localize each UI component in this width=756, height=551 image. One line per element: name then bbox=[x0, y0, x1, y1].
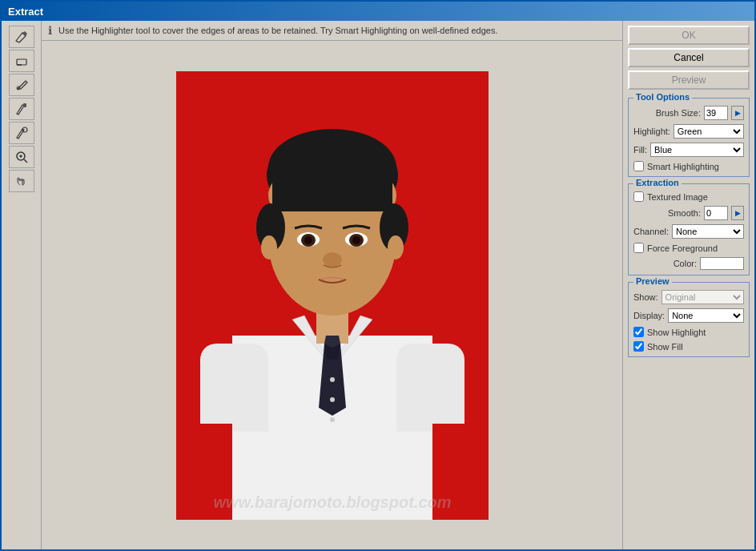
photo-container: www.barajomoto.blogspot.com bbox=[176, 71, 489, 520]
brush-size-input[interactable] bbox=[704, 106, 728, 120]
right-panel: OK Cancel Preview Tool Options Brush Siz… bbox=[622, 21, 754, 549]
channel-select[interactable]: None Red Green Blue bbox=[672, 224, 744, 239]
show-fill-checkbox[interactable] bbox=[633, 341, 644, 352]
smart-highlighting-checkbox[interactable] bbox=[633, 161, 644, 171]
smooth-row: Smooth: ▶ bbox=[633, 206, 744, 220]
brush-size-spin[interactable]: ▶ bbox=[731, 106, 744, 120]
person-svg: www.barajomoto.blogspot.com bbox=[176, 71, 489, 520]
svg-text:www.barajomoto.blogspot.com: www.barajomoto.blogspot.com bbox=[213, 493, 451, 511]
highlight-row: Highlight: Green Red Blue Yellow bbox=[633, 124, 744, 139]
show-label: Show: bbox=[633, 292, 658, 302]
channel-label: Channel: bbox=[633, 227, 669, 236]
svg-point-31 bbox=[323, 252, 342, 267]
smart-highlighting-label: Smart Highlighting bbox=[647, 162, 719, 171]
highlighter-tool[interactable] bbox=[9, 26, 34, 48]
highlight-label: Highlight: bbox=[633, 127, 670, 136]
cancel-button[interactable]: Cancel bbox=[628, 48, 750, 67]
highlight-select[interactable]: Green Red Blue Yellow bbox=[674, 124, 744, 139]
svg-point-32 bbox=[261, 235, 277, 259]
smart-highlighting-row: Smart Highlighting bbox=[633, 161, 744, 171]
zoom-tool[interactable] bbox=[9, 146, 34, 168]
extraction-title: Extraction bbox=[633, 178, 682, 187]
preview-button[interactable]: Preview bbox=[628, 70, 750, 90]
extraction-section: Extraction Textured Image Smooth: ▶ Chan… bbox=[628, 183, 750, 276]
svg-rect-0 bbox=[17, 59, 26, 65]
cleanup-tool[interactable] bbox=[9, 98, 34, 120]
tool-options-section: Tool Options Brush Size: ▶ Highlight: Gr… bbox=[628, 98, 750, 177]
fill-row: Fill: Blue Red Green White bbox=[633, 143, 744, 157]
color-row: Color: bbox=[633, 257, 744, 270]
hand-tool[interactable] bbox=[9, 170, 34, 192]
show-select[interactable]: Original Extracted bbox=[662, 290, 744, 304]
svg-point-34 bbox=[330, 377, 335, 382]
info-icon: ℹ bbox=[48, 24, 52, 37]
info-text: Use the Highlighter tool to cover the ed… bbox=[58, 26, 497, 35]
show-highlight-label: Show Highlight bbox=[647, 328, 706, 337]
smooth-spin[interactable]: ▶ bbox=[731, 206, 744, 220]
eraser-tool[interactable] bbox=[9, 50, 34, 72]
edge-touchup-tool[interactable] bbox=[9, 122, 34, 144]
svg-line-5 bbox=[24, 159, 27, 163]
force-foreground-label: Force Foreground bbox=[647, 243, 718, 253]
force-foreground-checkbox[interactable] bbox=[633, 243, 644, 253]
info-bar: ℹ Use the Highlighter tool to cover the … bbox=[42, 21, 622, 41]
svg-point-36 bbox=[330, 417, 335, 422]
svg-point-29 bbox=[304, 236, 312, 244]
fill-select[interactable]: Blue Red Green White bbox=[650, 143, 744, 157]
smooth-label: Smooth: bbox=[668, 208, 701, 218]
left-toolbar bbox=[2, 21, 42, 549]
action-buttons: OK Cancel Preview bbox=[628, 26, 750, 90]
svg-rect-24 bbox=[272, 163, 392, 211]
display-select[interactable]: None Black Matte White Matte Gray Matte bbox=[668, 308, 744, 323]
textured-image-label: Textured Image bbox=[647, 192, 708, 202]
show-highlight-row: Show Highlight bbox=[633, 327, 744, 337]
eyedropper-tool[interactable] bbox=[9, 74, 34, 96]
brush-size-label: Brush Size: bbox=[656, 108, 701, 118]
smooth-input[interactable] bbox=[704, 206, 728, 220]
svg-point-35 bbox=[330, 397, 335, 402]
textured-image-row: Textured Image bbox=[633, 191, 744, 202]
textured-image-checkbox[interactable] bbox=[633, 191, 644, 202]
tool-options-title: Tool Options bbox=[633, 92, 692, 102]
display-row: Display: None Black Matte White Matte Gr… bbox=[633, 308, 744, 323]
show-row: Show: Original Extracted bbox=[633, 290, 744, 304]
force-foreground-row: Force Foreground bbox=[633, 243, 744, 253]
preview-title: Preview bbox=[633, 276, 672, 286]
svg-rect-2 bbox=[23, 103, 26, 107]
ok-button[interactable]: OK bbox=[628, 26, 750, 45]
extract-window: Extract bbox=[0, 0, 756, 551]
show-fill-label: Show Fill bbox=[647, 342, 683, 352]
show-highlight-checkbox[interactable] bbox=[633, 327, 644, 337]
svg-point-30 bbox=[352, 236, 360, 244]
color-box[interactable] bbox=[700, 257, 744, 270]
brush-size-row: Brush Size: ▶ bbox=[633, 106, 744, 120]
canvas-area: www.barajomoto.blogspot.com bbox=[42, 41, 622, 549]
show-fill-row: Show Fill bbox=[633, 341, 744, 352]
color-label: Color: bbox=[674, 259, 697, 268]
preview-section: Preview Show: Original Extracted Display… bbox=[628, 282, 750, 357]
window-title: Extract bbox=[8, 6, 43, 18]
fill-label: Fill: bbox=[633, 145, 647, 155]
title-bar: Extract bbox=[2, 2, 754, 21]
display-label: Display: bbox=[633, 311, 665, 320]
channel-row: Channel: None Red Green Blue bbox=[633, 224, 744, 239]
svg-point-33 bbox=[388, 235, 404, 259]
